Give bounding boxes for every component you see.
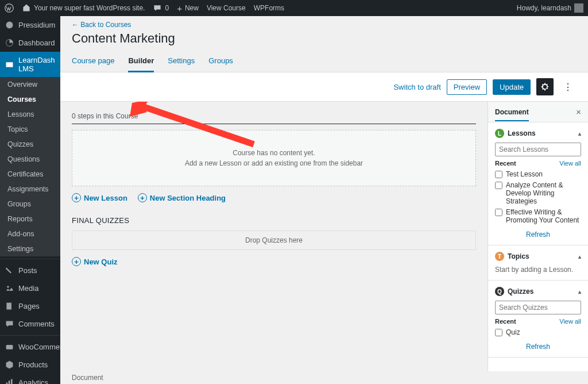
site-name[interactable]: Your new super fast WordPress site. [22, 3, 145, 13]
submenu-lessons[interactable]: Lessons [0, 107, 60, 122]
quiz-item[interactable]: Quiz [495, 328, 581, 336]
svg-rect-3 [6, 62, 13, 67]
document-panel: Document × LLessons ▴ RecentView all Tes… [488, 102, 588, 371]
quiz-checkbox[interactable] [495, 329, 502, 336]
doc-panel-title[interactable]: Document [495, 108, 529, 121]
topics-panel-toggle[interactable]: TTopics ▴ [495, 252, 581, 261]
new-lesson-button[interactable]: +New Lesson [72, 193, 127, 202]
avatar [574, 3, 583, 13]
submenu-topics[interactable]: Topics [0, 122, 60, 137]
svg-rect-5 [6, 303, 11, 310]
search-quizzes-input[interactable] [495, 301, 581, 314]
submenu-reports[interactable]: Reports [0, 212, 60, 226]
svg-rect-8 [9, 381, 10, 384]
submenu-courses[interactable]: Courses [0, 92, 60, 107]
close-icon[interactable]: × [576, 107, 581, 117]
lesson-checkbox[interactable] [495, 182, 502, 189]
submenu-groups[interactable]: Groups [0, 197, 60, 212]
refresh-lessons[interactable]: Refresh [495, 227, 581, 239]
sidebar-item-comments[interactable]: Comments [0, 315, 60, 333]
wp-logo[interactable] [5, 3, 14, 13]
page-title: Content Marketing [60, 30, 588, 53]
howdy-user[interactable]: Howdy, learndash [517, 3, 583, 13]
sidebar-item-pressidium[interactable]: Pressidium [0, 16, 60, 34]
admin-bar: Your new super fast WordPress site. 0 +N… [0, 0, 588, 16]
svg-rect-6 [6, 345, 13, 350]
lessons-panel-toggle[interactable]: LLessons ▴ [495, 129, 581, 138]
settings-gear-button[interactable] [536, 78, 554, 95]
recent-label: Recent [495, 318, 516, 325]
tab-course-page[interactable]: Course page [72, 53, 114, 72]
sidebar-item-products[interactable]: Products [0, 356, 60, 374]
comments-count[interactable]: 0 [153, 3, 169, 13]
steps-count: 0 steps in this Course [72, 109, 476, 124]
topics-hint: Start by adding a Lesson. [495, 266, 581, 274]
lesson-checkbox[interactable] [495, 171, 502, 178]
chevron-up-icon: ▴ [578, 254, 581, 260]
builder-area: 0 steps in this Course Course has no con… [60, 102, 488, 371]
course-tabs: Course page Builder Settings Groups [60, 53, 588, 72]
tab-settings[interactable]: Settings [168, 53, 195, 72]
chevron-up-icon: ▴ [578, 130, 581, 137]
submenu-questions[interactable]: Questions [0, 152, 60, 167]
preview-button[interactable]: Preview [447, 79, 487, 95]
tab-builder[interactable]: Builder [128, 53, 154, 72]
recent-label: Recent [495, 160, 516, 167]
new-content[interactable]: +New [177, 3, 199, 13]
lesson-item[interactable]: Effective Writing & Promoting Your Conte… [495, 208, 581, 224]
admin-sidebar: Pressidium Dashboard LearnDash LMS Overv… [0, 16, 60, 384]
toolbar: Switch to draft Preview Update ⋮ [60, 72, 588, 102]
more-options-button[interactable]: ⋮ [559, 78, 577, 95]
sidebar-item-pages[interactable]: Pages [0, 297, 60, 315]
view-all-quizzes[interactable]: View all [559, 318, 581, 325]
submenu-quizzes[interactable]: Quizzes [0, 137, 60, 152]
sidebar-item-media[interactable]: Media [0, 279, 60, 297]
submenu-settings[interactable]: Settings [0, 241, 60, 256]
empty-line2: Add a new Lesson or add an existing one … [78, 159, 470, 167]
tab-groups[interactable]: Groups [208, 53, 233, 72]
sidebar-item-woocommerce[interactable]: WooCommerce [0, 338, 60, 356]
submenu-certificates[interactable]: Certificates [0, 167, 60, 182]
lessons-badge-icon: L [495, 129, 504, 138]
switch-to-draft[interactable]: Switch to draft [393, 83, 440, 91]
quizzes-panel-toggle[interactable]: QQuizzes ▴ [495, 287, 581, 296]
chevron-up-icon: ▴ [578, 289, 581, 295]
empty-course-box: Course has no content yet. Add a new Les… [72, 130, 476, 186]
wpforms-link[interactable]: WPForms [254, 4, 284, 12]
lesson-checkbox[interactable] [495, 209, 502, 216]
svg-point-4 [7, 286, 9, 287]
new-quiz-button[interactable]: +New Quiz [72, 257, 118, 266]
submenu-addons[interactable]: Add-ons [0, 226, 60, 241]
footer-label: Document [60, 371, 588, 384]
quiz-drop-zone[interactable]: Drop Quizzes here [72, 231, 476, 250]
final-quizzes-heading: FINAL QUIZZES [72, 216, 476, 225]
back-to-courses[interactable]: ← Back to Courses [60, 16, 588, 30]
quizzes-badge-icon: Q [495, 287, 504, 296]
svg-rect-9 [11, 379, 13, 384]
submenu-overview[interactable]: Overview [0, 77, 60, 92]
empty-line1: Course has no content yet. [78, 149, 470, 157]
refresh-quizzes[interactable]: Refresh [495, 339, 581, 351]
sidebar-item-learndash[interactable]: LearnDash LMS [0, 52, 60, 77]
lesson-item[interactable]: Test Lesson [495, 170, 581, 178]
plus-icon: + [72, 193, 81, 202]
update-button[interactable]: Update [493, 79, 531, 95]
view-course[interactable]: View Course [207, 4, 246, 12]
sidebar-item-analytics[interactable]: Analytics [0, 374, 60, 384]
search-lessons-input[interactable] [495, 143, 581, 156]
view-all-lessons[interactable]: View all [559, 160, 581, 167]
lesson-item[interactable]: Analyze Content & Develop Writing Strate… [495, 181, 581, 205]
plus-icon: + [72, 257, 81, 266]
topics-badge-icon: T [495, 252, 504, 261]
submenu-assignments[interactable]: Assignments [0, 182, 60, 197]
svg-point-1 [6, 22, 13, 29]
sidebar-item-dashboard[interactable]: Dashboard [0, 34, 60, 52]
learndash-submenu: Overview Courses Lessons Topics Quizzes … [0, 77, 60, 256]
plus-icon: + [138, 193, 147, 202]
new-section-button[interactable]: +New Section Heading [138, 193, 226, 202]
sidebar-item-posts[interactable]: Posts [0, 262, 60, 279]
